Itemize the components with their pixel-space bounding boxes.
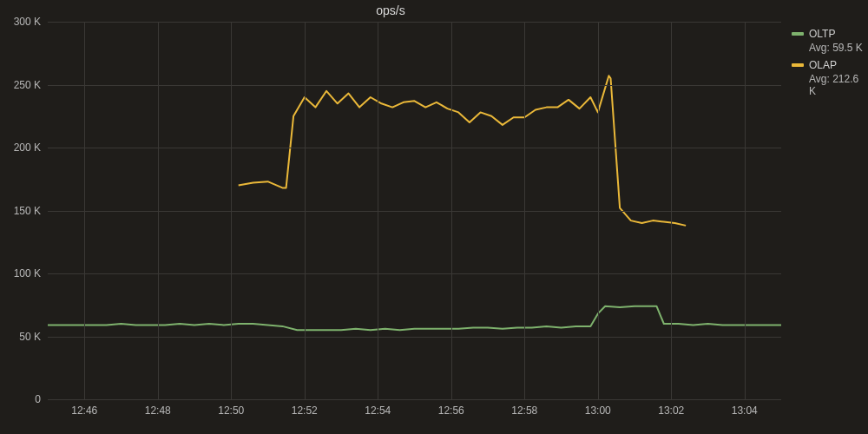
y-axis-tick: 0 [35,393,41,405]
series-line-olap [239,76,686,226]
legend-swatch [792,32,804,36]
grid-line [84,22,85,399]
plot-area: 050 K100 K150 K200 K250 K300 K12:4612:48… [48,22,781,399]
grid-line [48,399,781,400]
y-axis-tick: 50 K [19,331,41,343]
x-axis-tick: 12:56 [438,404,464,417]
y-axis-tick: 250 K [14,79,41,91]
chart-container: ops/s 050 K100 K150 K200 K250 K300 K12:4… [0,0,868,434]
y-axis-tick: 150 K [14,205,41,217]
grid-line [378,22,378,399]
grid-line [671,22,672,399]
legend-item-olap[interactable]: OLAP [792,59,868,71]
legend-swatch [792,63,804,67]
chart-title: ops/s [0,3,781,17]
x-axis-tick: 12:50 [218,404,244,417]
x-axis-tick: 12:46 [71,404,97,417]
legend-avg: Avg: 59.5 K [809,42,868,54]
y-axis-tick: 300 K [14,16,41,28]
y-axis-tick: 100 K [14,267,41,279]
grid-line [451,22,452,399]
x-axis-tick: 13:00 [585,404,611,417]
x-axis-tick: 13:04 [732,404,758,417]
grid-line [598,22,599,399]
x-axis-tick: 12:54 [365,404,391,417]
x-axis-tick: 12:52 [292,404,318,417]
y-axis-tick: 200 K [14,141,41,154]
x-axis-tick: 12:48 [145,404,171,417]
x-axis-tick: 12:58 [511,404,537,417]
legend-label: OLTP [809,28,835,40]
grid-line [231,22,232,399]
legend-label: OLAP [809,59,837,71]
legend-item-oltp[interactable]: OLTP [792,28,868,40]
legend-avg: Avg: 212.6 K [809,73,868,97]
grid-line [745,22,746,399]
grid-line [524,22,525,399]
grid-line [305,22,306,399]
legend: OLTP Avg: 59.5 K OLAP Avg: 212.6 K [792,28,868,102]
grid-line [158,22,159,399]
x-axis-tick: 13:02 [658,404,684,417]
